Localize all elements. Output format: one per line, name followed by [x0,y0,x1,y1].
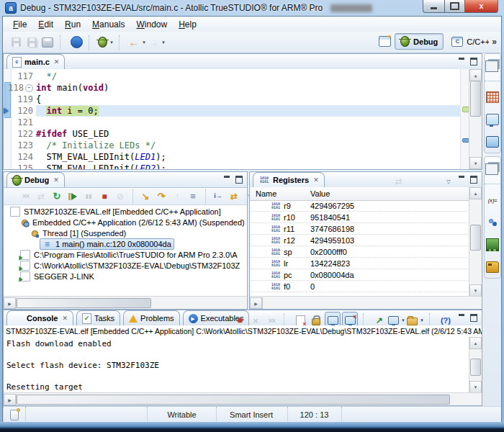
perspective-more-chevron[interactable]: » [492,37,497,47]
fold-minus-icon[interactable] [25,84,33,92]
debug-horizontal-scrollbar[interactable]: ◀ ▶ [4,296,247,309]
step-return-button[interactable] [170,189,184,203]
console-scroll-thumb[interactable] [470,359,481,376]
instruction-stepping-button[interactable] [186,189,200,203]
close-button[interactable]: x [465,0,498,13]
tree-item[interactable]: Thread [1] (Suspended) [4,228,247,238]
console-scroll-thumb[interactable] [17,395,450,405]
suspend-button[interactable] [81,189,96,203]
dropdown-arrow-icon[interactable]: ▼ [401,318,405,323]
tree-item[interactable]: SEGGER J-LINK [4,271,247,282]
minimize-view-icon[interactable] [221,174,233,184]
tab-tasks[interactable]: ✓Tasks [76,310,120,325]
scroll-right-icon[interactable]: ▶ [4,297,16,309]
tab-console[interactable]: Console✕ [6,310,73,325]
open-perspective-button[interactable] [377,34,392,50]
dropdown-arrow-icon[interactable]: ▼ [142,40,146,45]
selected-stack-frame[interactable]: 1 main() main.c:120 0x080004da [40,238,174,250]
debug-scroll-thumb[interactable] [17,298,151,308]
maximize-view-icon[interactable] [468,312,480,323]
menu-file[interactable]: File [7,18,32,31]
scroll-down-icon[interactable]: ▼ [469,284,482,297]
scroll-right-icon[interactable]: ▶ [4,394,16,405]
save-button[interactable] [9,35,23,50]
tree-item[interactable]: Embedded C/C++ Application (2/6/12 5:43 … [4,217,247,228]
column-name[interactable]: Name [250,189,276,198]
minimize-view-icon[interactable] [456,56,467,66]
dropdown-arrow-icon[interactable]: ▼ [161,40,166,45]
breakpoints-fastview-button[interactable] [485,215,500,230]
reset-button[interactable] [50,189,64,203]
close-tab-icon[interactable]: ✕ [62,315,68,322]
dropdown-arrow-icon[interactable]: ▼ [109,40,114,45]
register-row[interactable]: r124294959103 [250,235,469,246]
tree-item[interactable]: C:\Work\Atollic\STM32F103ZE-EVAL\Debug\S… [4,260,247,271]
register-row[interactable]: r94294967295 [250,200,469,212]
menu-help[interactable]: Help [173,18,202,31]
maximize-view-icon[interactable] [468,174,480,184]
console-output[interactable]: Flash download enabled Select flash devi… [4,337,469,393]
step-mode-button[interactable] [211,189,225,203]
nav-forward-button[interactable]: ▼ [148,35,166,50]
terminate-button[interactable] [97,189,112,203]
tree-item[interactable]: STM32F103ZE-EVAL.elf [Embedded C/C++ App… [4,206,247,217]
scroll-up-icon[interactable]: ▲ [469,187,482,199]
menu-manuals[interactable]: Manuals [86,18,130,31]
close-tab-icon[interactable]: ✕ [53,176,59,184]
sfr-fastview-button[interactable] [485,259,500,275]
register-row[interactable]: f00 [250,281,469,292]
memory-fastview-button[interactable] [485,237,500,253]
column-value[interactable]: Value [310,189,330,198]
dropdown-arrow-icon[interactable]: ▼ [420,318,424,323]
show-stdout-fastview-button[interactable] [485,112,500,127]
console-horizontal-scrollbar[interactable]: ◀ ▶ [4,392,482,405]
grid-fastview-button[interactable] [485,89,500,105]
restore-fastview-button[interactable] [485,57,500,73]
tree-item[interactable]: C:\Program Files\Atollic\TrueSTUDIO for … [4,249,247,260]
restore-fastview-button[interactable] [485,160,500,176]
tab-main-c[interactable]: c main.c ✕ [6,54,65,69]
console-help-button[interactable]: (?) [438,316,453,325]
perspective-debug-button[interactable]: Debug [395,33,444,50]
menu-window[interactable]: Window [130,18,173,31]
register-row[interactable]: sp0x2000fff0 [250,246,469,258]
maximize-view-icon[interactable] [233,174,245,184]
step-over-button[interactable] [154,189,168,203]
trace-button[interactable] [227,189,241,203]
print-button[interactable] [40,35,55,50]
info-button[interactable] [69,35,84,50]
device-fastview-button[interactable] [485,134,500,150]
nav-back-button[interactable]: ▼ [128,35,146,50]
expressions-fastview-button[interactable] [485,192,500,208]
minimize-button[interactable] [423,0,445,13]
scroll-up-icon[interactable]: ▲ [469,69,482,81]
scroll-right-icon[interactable]: ▶ [250,297,262,309]
tab-registers[interactable]: Registers ✕ [253,172,325,187]
tree-item[interactable]: 1 main() main.c:120 0x080004da [4,238,247,249]
scroll-down-icon[interactable]: ▼ [469,381,482,393]
maximize-view-icon[interactable] [468,56,480,66]
register-row[interactable]: r113747686198 [250,223,469,235]
scroll-down-icon[interactable]: ▼ [469,157,482,169]
registers-scroll-thumb[interactable] [470,225,481,251]
tab-problems[interactable]: Problems [123,310,179,325]
menu-run[interactable]: Run [59,18,86,31]
save-all-button[interactable] [24,35,39,50]
console-vertical-scrollbar[interactable]: ▲ ▼ [469,337,482,393]
register-row[interactable]: lr134224823 [250,258,469,269]
close-tab-icon[interactable]: ✕ [313,176,319,184]
remove-all-terminated-button[interactable] [18,189,32,203]
step-into-button[interactable] [138,189,153,203]
minimize-view-icon[interactable] [456,174,467,184]
scroll-up-icon[interactable]: ▲ [469,337,482,349]
connect-button[interactable] [34,189,48,203]
bug-button[interactable]: ▼ [98,35,114,50]
minimize-view-icon[interactable] [456,312,467,323]
code-editor[interactable]: 117 */118int main(void)119{120 int i = 0… [4,69,482,169]
disconnect-button[interactable] [113,189,127,203]
editor-scroll-thumb[interactable] [470,81,481,117]
registers-vertical-scrollbar[interactable]: ▲ ▼ [469,187,482,297]
perspective-cpp-button[interactable]: C C/C++ [446,34,489,49]
tab-debug[interactable]: Debug ✕ [6,172,65,187]
editor-vertical-scrollbar[interactable]: ▲ ▼ [469,69,482,169]
